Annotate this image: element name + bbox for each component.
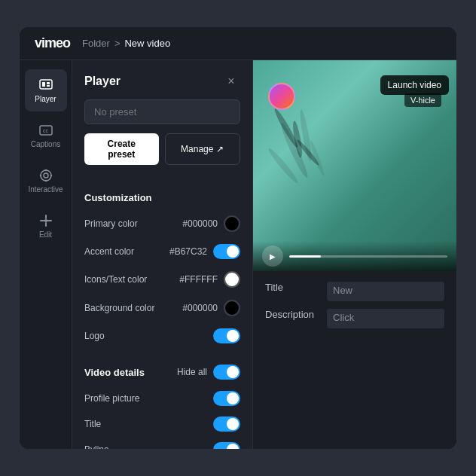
logo-label: Logo <box>84 331 105 341</box>
logo-toggle[interactable] <box>213 328 240 343</box>
primary-color-row: Primary color #000000 <box>72 209 252 238</box>
metadata-area: Title New Description Click <box>253 271 456 449</box>
title-row: Title <box>72 411 252 437</box>
accent-color-hex: #B67C32 <box>169 246 207 257</box>
main-content: Player cc Captions <box>20 60 456 449</box>
svg-point-6 <box>41 170 51 181</box>
svg-point-18 <box>298 109 313 162</box>
create-preset-button[interactable]: Create preset <box>84 133 159 165</box>
title-toggle[interactable] <box>213 416 240 432</box>
player-icon <box>38 78 53 93</box>
title-label: Title <box>265 282 318 293</box>
svg-point-11 <box>50 175 51 176</box>
external-link-icon: ↗ <box>216 144 224 154</box>
accent-color-row: Accent color #B67C32 <box>72 238 252 265</box>
title-metadata-row: Title New <box>265 282 444 301</box>
customization-title: Customization <box>72 183 252 209</box>
svg-point-14 <box>44 219 47 222</box>
progress-bar[interactable] <box>289 255 447 258</box>
video-preview: Launch video V-hicle ▶ <box>253 60 456 271</box>
sidebar-item-player-label: Player <box>35 95 56 103</box>
sidebar-item-edit-label: Edit <box>39 230 52 239</box>
avatar <box>268 83 295 110</box>
sidebar-item-edit[interactable]: Edit <box>25 205 67 247</box>
svg-rect-3 <box>47 85 50 87</box>
hide-all-toggle[interactable] <box>213 365 240 380</box>
logo-row: Logo <box>72 322 252 349</box>
breadcrumb-folder[interactable]: Folder <box>82 38 110 49</box>
bg-color-row: Background color #000000 <box>72 294 252 322</box>
breadcrumb: Folder > New video <box>82 38 170 49</box>
description-value[interactable]: Click <box>327 309 444 328</box>
progress-fill <box>289 255 321 258</box>
accent-color-label: Accent color <box>84 246 134 257</box>
description-label: Description <box>265 309 318 320</box>
icons-color-label: Icons/Text color <box>84 274 147 285</box>
description-metadata-row: Description Click <box>265 309 444 328</box>
icons-color-swatch[interactable] <box>224 271 240 288</box>
accent-color-toggle[interactable] <box>213 244 240 259</box>
sidebar-item-captions-label: Captions <box>31 140 60 148</box>
svg-point-10 <box>39 175 41 176</box>
sidebar-item-interactive[interactable]: Interactive <box>25 160 67 202</box>
right-area: Launch video V-hicle ▶ Title New <box>253 60 456 449</box>
breadcrumb-separator: > <box>114 38 121 49</box>
title-row-label: Title <box>84 419 101 429</box>
vimeo-logo: vimeo <box>35 35 70 51</box>
sidebar-item-captions[interactable]: cc Captions <box>25 114 67 157</box>
breadcrumb-current: New video <box>124 38 170 49</box>
icons-color-row: Icons/Text color #FFFFFF <box>72 265 252 294</box>
title-value[interactable]: New <box>327 282 444 301</box>
bg-color-label: Background color <box>84 303 154 313</box>
close-button[interactable]: × <box>222 72 240 90</box>
panel-header: Player × <box>72 60 252 99</box>
svg-rect-0 <box>40 80 52 89</box>
svg-rect-2 <box>47 82 50 84</box>
svg-text:cc: cc <box>43 128 49 133</box>
hide-all-label: Hide all <box>177 367 207 377</box>
bg-color-swatch[interactable] <box>224 300 240 316</box>
panel-title: Player <box>84 75 121 88</box>
sidebar-item-player[interactable]: Player <box>25 69 67 111</box>
profile-picture-label: Profile picture <box>84 393 139 404</box>
profile-picture-row: Profile picture <box>72 386 252 411</box>
hide-all-control: Hide all <box>177 365 240 380</box>
primary-color-swatch[interactable] <box>224 215 240 232</box>
launch-tooltip: Launch video <box>380 75 449 95</box>
topbar: vimeo Folder > New video <box>20 27 456 60</box>
video-details-header: Video details Hide all <box>72 355 252 386</box>
edit-icon <box>38 213 53 228</box>
play-icon: ▶ <box>270 252 276 261</box>
profile-picture-toggle[interactable] <box>213 391 240 406</box>
play-button[interactable]: ▶ <box>262 246 283 267</box>
primary-color-hex: #000000 <box>182 218 218 229</box>
manage-button[interactable]: Manage ↗ <box>165 133 241 165</box>
byline-row: Byline <box>72 437 252 449</box>
svg-rect-1 <box>42 82 45 87</box>
bg-color-hex: #000000 <box>182 303 218 313</box>
video-controls: ▶ <box>253 241 456 271</box>
byline-toggle[interactable] <box>213 442 240 449</box>
interactive-icon <box>38 168 53 183</box>
v-hicle-badge: V-hicle <box>404 93 441 107</box>
sidebar: Player cc Captions <box>20 60 72 449</box>
primary-color-label: Primary color <box>84 218 138 229</box>
svg-point-8 <box>44 169 46 171</box>
player-panel: Player × Create preset Manage ↗ Customiz… <box>72 60 253 449</box>
video-details-title: Video details <box>84 367 145 378</box>
preset-input[interactable] <box>84 99 240 124</box>
byline-label: Byline <box>84 444 109 449</box>
icons-color-hex: #FFFFFF <box>179 274 218 285</box>
svg-point-9 <box>44 180 46 182</box>
svg-point-7 <box>44 173 48 178</box>
captions-icon: cc <box>38 123 53 138</box>
sidebar-item-interactive-label: Interactive <box>28 185 63 194</box>
preset-buttons: Create preset Manage ↗ <box>72 133 252 177</box>
